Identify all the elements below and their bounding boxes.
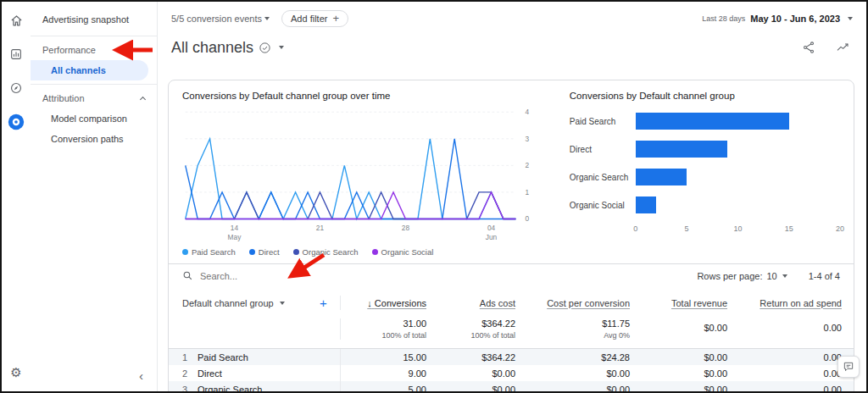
svg-text:14: 14 — [231, 224, 239, 232]
totals-cell: $364.22100% of total — [438, 318, 527, 340]
metric-value: $0.00 — [527, 368, 642, 379]
column-header-return-on-ad-spend[interactable]: Return on ad spend — [739, 298, 854, 308]
reports-icon[interactable] — [6, 44, 26, 64]
caret-down-icon — [280, 302, 285, 305]
sidebar-section-performance: Performance All channels — [31, 36, 157, 80]
plus-icon: + — [332, 14, 339, 23]
chevron-up-icon — [140, 97, 146, 102]
default-channel-group-header[interactable]: Default channel group — [169, 298, 307, 308]
table-row[interactable]: 2 Direct 9.00$0.00$0.00$0.000.00 — [169, 365, 854, 381]
table-body: 1 Paid Search 15.00$364.22$24.28$0.000.0… — [169, 349, 854, 393]
svg-text:21: 21 — [316, 224, 325, 232]
legend-dot-direct — [249, 249, 255, 255]
totals-row: 31.00100% of total$364.22100% of total$1… — [169, 312, 854, 349]
channel-name: Organic Search — [198, 385, 307, 393]
nav-icon-rail: ⚙ — [2, 2, 31, 391]
column-header-ads-cost[interactable]: Ads cost — [438, 298, 527, 308]
add-dimension-plus-icon[interactable]: + — [307, 296, 341, 310]
sidebar-item-advertising-snapshot[interactable]: Advertising snapshot — [31, 7, 157, 32]
date-range-value: May 10 - Jun 6, 2023 — [750, 14, 840, 24]
insights-icon[interactable] — [832, 37, 853, 58]
row-number: 2 — [169, 368, 198, 379]
sidebar-item-model-comparison[interactable]: Model comparison — [31, 108, 157, 129]
section-header-performance[interactable]: Performance — [31, 40, 157, 60]
add-filter-button[interactable]: Add filter + — [281, 10, 348, 27]
column-header-cost-per-conversion[interactable]: Cost per conversion — [527, 298, 642, 308]
line-chart-panel: Conversions by Default channel group ove… — [182, 91, 544, 262]
column-header-conversions[interactable]: ↓ Conversions — [341, 298, 438, 308]
main-content: 5/5 conversion events Add filter + Last … — [158, 2, 866, 391]
totals-cell: 31.00100% of total — [341, 318, 438, 340]
bar[interactable] — [636, 113, 789, 130]
bar-label: Organic Social — [570, 201, 636, 210]
bar[interactable] — [636, 141, 728, 158]
app-window: ⚙ Advertising snapshot Performance All c… — [2, 2, 866, 391]
explore-icon[interactable] — [6, 78, 26, 98]
settings-gear-icon[interactable]: ⚙ — [6, 363, 26, 383]
conversion-events-dropdown[interactable]: 5/5 conversion events — [171, 14, 270, 24]
svg-text:May: May — [228, 233, 242, 241]
chart-legend: Paid Search Direct Organic Search Organi… — [182, 247, 544, 257]
bar-chart: Paid Search Direct Organic Search Organi… — [570, 113, 840, 236]
legend-item: Organic Search — [293, 247, 359, 257]
report-toolbar: 5/5 conversion events Add filter + Last … — [158, 2, 866, 27]
search-input[interactable] — [200, 271, 344, 281]
rows-per-page-select[interactable]: 10 — [766, 271, 787, 281]
svg-text:1: 1 — [526, 188, 530, 196]
totals-cell: $0.00 — [642, 323, 739, 335]
status-check-icon[interactable] — [259, 42, 271, 54]
sidebar-item-conversion-paths[interactable]: Conversion paths — [31, 129, 157, 149]
bar[interactable] — [636, 169, 687, 185]
bar-row: Organic Search — [570, 169, 840, 185]
legend-dot-organic-search — [293, 249, 299, 255]
metric-value: $364.22 — [438, 352, 527, 363]
caret-down-icon — [848, 17, 853, 20]
row-number: 1 — [169, 352, 198, 363]
section-header-attribution[interactable]: Attribution — [31, 88, 157, 108]
metric-value: $0.00 — [527, 385, 642, 393]
metric-value: $0.00 — [642, 385, 739, 393]
bar-row: Direct — [570, 141, 840, 158]
sidebar-item-all-channels[interactable]: All channels — [31, 60, 148, 80]
legend-item: Direct — [249, 247, 280, 257]
sidebar-collapse-button[interactable]: ‹ — [31, 360, 157, 391]
home-icon[interactable] — [6, 10, 26, 30]
charts-panel: Conversions by Default channel group ove… — [169, 80, 854, 263]
chevron-up-icon — [140, 48, 146, 54]
section-label: Attribution — [42, 93, 85, 103]
sort-desc-icon: ↓ — [367, 298, 372, 308]
legend-dot-organic-social — [372, 249, 378, 255]
page-title: All channels — [171, 39, 253, 57]
advertising-icon[interactable] — [6, 112, 26, 132]
legend-dot-paid-search — [182, 249, 188, 255]
totals-cell: 0.00 — [739, 323, 854, 335]
metric-value: 0.00 — [739, 368, 854, 379]
date-range-preset-label: Last 28 days — [702, 14, 745, 23]
row-number: 3 — [169, 385, 198, 393]
caret-down-icon — [264, 17, 270, 20]
line-chart: 0123414May212804Jun — [182, 104, 544, 244]
metric-value: $0.00 — [642, 352, 739, 363]
pagination-range: 1-4 of 4 — [809, 271, 840, 281]
date-range-picker[interactable]: Last 28 days May 10 - Jun 6, 2023 — [702, 14, 853, 24]
svg-text:0: 0 — [526, 214, 530, 223]
channel-name: Paid Search — [198, 352, 307, 363]
conversion-events-label: 5/5 conversion events — [171, 14, 262, 24]
bar-label: Direct — [570, 145, 636, 154]
table-row[interactable]: 1 Paid Search 15.00$364.22$24.28$0.000.0… — [169, 349, 854, 365]
bar-x-axis: 05101520 — [636, 224, 840, 236]
bar-label: Organic Search — [570, 173, 636, 182]
table-row[interactable]: 3 Organic Search 5.00$0.00$0.00$0.000.00 — [169, 381, 854, 393]
feedback-button[interactable] — [837, 356, 860, 378]
report-header: All channels — [158, 27, 866, 58]
share-icon[interactable] — [798, 37, 819, 58]
caret-down-icon[interactable] — [279, 46, 284, 49]
bar[interactable] — [636, 196, 656, 213]
column-header-total-revenue[interactable]: Total revenue — [642, 298, 739, 308]
metric-value: $0.00 — [438, 368, 527, 379]
report-card: Conversions by Default channel group ove… — [168, 80, 854, 393]
bar-row: Paid Search — [570, 113, 840, 130]
line-chart-title: Conversions by Default channel group ove… — [182, 91, 544, 101]
bar-chart-panel: Conversions by Default channel group Pai… — [544, 91, 840, 262]
sidebar-section-attribution: Attribution Model comparison Conversion … — [31, 84, 157, 149]
